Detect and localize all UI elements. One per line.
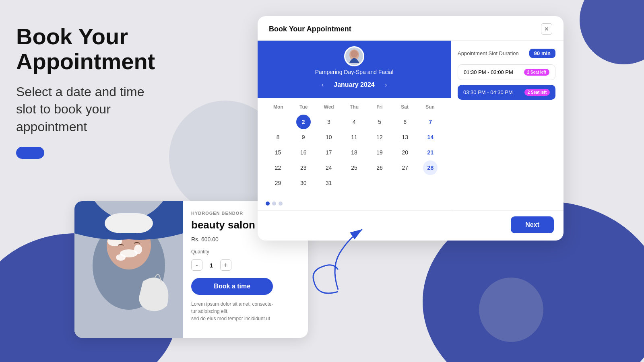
next-month-button[interactable]: › (381, 80, 391, 90)
time-slot-1-time: 01:30 PM - 03:00 PM (464, 69, 513, 75)
svg-rect-8 (105, 213, 153, 233)
day-cell-12[interactable]: 12 (372, 130, 387, 144)
svg-point-7 (134, 245, 142, 254)
slot-duration-label: Appointment Slot Duration (458, 50, 519, 56)
pagination-dot-1[interactable] (266, 202, 270, 206)
day-cell-2[interactable]: 2 (296, 115, 311, 129)
day-cell-35 (423, 176, 438, 190)
month-label: January 2024 (334, 81, 374, 88)
prev-month-button[interactable]: ‹ (318, 80, 327, 90)
day-cell-30[interactable]: 30 (296, 176, 311, 190)
day-cell-34 (398, 176, 412, 190)
booking-modal: Book Your Appointment ✕ Pampering Day-Sp… (258, 16, 564, 241)
bg-shape-mid-right (479, 278, 543, 342)
sub-title: Select a date and timeslot to book youra… (16, 83, 242, 136)
weekday-fri: Fri (367, 103, 392, 111)
time-slot-2[interactable]: 03:30 PM - 04:30 PM 2 Seat left (458, 85, 555, 100)
modal-footer: Next (258, 210, 564, 241)
slots-section: Appointment Slot Duration 90 min 01:30 P… (451, 41, 564, 210)
close-button[interactable]: ✕ (541, 23, 552, 35)
day-cell-6[interactable]: 6 (398, 115, 412, 129)
day-cell-16[interactable]: 16 (296, 145, 311, 160)
quantity-decrease-button[interactable]: - (191, 259, 202, 271)
svg-point-10 (351, 50, 358, 58)
day-cell-27[interactable]: 27 (398, 160, 412, 175)
day-cell-31[interactable]: 31 (322, 176, 336, 190)
time-slot-1[interactable]: 01:30 PM - 03:00 PM 2 Seat left (458, 64, 555, 80)
main-title: Book Your Appointment (16, 24, 242, 74)
day-cell-8[interactable]: 8 (271, 130, 285, 144)
weekday-thu: Thu (342, 103, 367, 111)
day-cell-4[interactable]: 4 (347, 115, 361, 129)
day-cell-13[interactable]: 13 (398, 130, 412, 144)
day-cell-1 (271, 115, 285, 129)
day-cell-25[interactable]: 25 (347, 160, 361, 175)
day-cell-28[interactable]: 28 (423, 160, 438, 175)
day-cell-21[interactable]: 21 (423, 145, 438, 160)
days-grid: 2345678910111213141516171819202122232425… (266, 115, 443, 190)
pagination-dot-3[interactable] (279, 202, 283, 206)
slot-duration-row: Appointment Slot Duration 90 min (458, 49, 555, 58)
blue-pill-decoration (16, 147, 44, 159)
weekday-sun: Sun (417, 103, 443, 111)
quantity-control: - 1 + (191, 259, 273, 271)
pagination-dot-2[interactable] (272, 202, 276, 206)
day-cell-3[interactable]: 3 (322, 115, 336, 129)
quantity-label: Quantity (191, 249, 273, 255)
day-cell-33 (372, 176, 387, 190)
modal-body: Pampering Day-Spa and Facial ‹ January 2… (258, 41, 564, 210)
calendar-header-banner: Pampering Day-Spa and Facial ‹ January 2… (258, 41, 451, 98)
day-cell-11[interactable]: 11 (347, 130, 361, 144)
calendar-grid: Mon Tue Wed Thu Fri Sat Sun 234567891011… (258, 98, 451, 197)
calendar-section: Pampering Day-Spa and Facial ‹ January 2… (258, 41, 451, 210)
weekday-mon: Mon (266, 103, 291, 111)
modal-header: Book Your Appointment ✕ (258, 16, 564, 41)
weekday-sat: Sat (392, 103, 417, 111)
day-cell-29[interactable]: 29 (271, 176, 285, 190)
left-section: Book Your Appointment Select a date and … (16, 24, 242, 160)
day-cell-20[interactable]: 20 (398, 145, 412, 160)
month-nav: ‹ January 2024 › (266, 80, 443, 91)
day-cell-17[interactable]: 17 (322, 145, 336, 160)
day-cell-5[interactable]: 5 (372, 115, 387, 129)
pagination-dots (258, 197, 451, 210)
time-slot-2-seats: 2 Seat left (524, 89, 550, 96)
day-cell-32 (347, 176, 361, 190)
modal-title: Book Your Appointment (269, 25, 351, 33)
time-slot-2-time: 03:30 PM - 04:30 PM (463, 89, 513, 95)
weekday-row: Mon Tue Wed Thu Fri Sat Sun (266, 103, 443, 111)
day-cell-15[interactable]: 15 (271, 145, 285, 160)
weekday-tue: Tue (291, 103, 316, 111)
day-cell-22[interactable]: 22 (271, 160, 285, 175)
time-slot-1-seats: 2 Seat left (524, 69, 549, 76)
day-cell-23[interactable]: 23 (296, 160, 311, 175)
weekday-wed: Wed (316, 103, 342, 111)
day-cell-19[interactable]: 19 (372, 145, 387, 160)
product-image (74, 201, 183, 338)
bg-shape-top-right (580, 0, 644, 64)
day-cell-18[interactable]: 18 (347, 145, 361, 160)
next-button[interactable]: Next (511, 216, 554, 233)
day-cell-26[interactable]: 26 (372, 160, 387, 175)
service-name: Pampering Day-Spa and Facial (315, 69, 394, 75)
quantity-increase-button[interactable]: + (220, 259, 231, 271)
svg-point-6 (116, 254, 126, 261)
service-avatar (344, 46, 364, 66)
quantity-value: 1 (207, 262, 215, 269)
day-cell-24[interactable]: 24 (322, 160, 336, 175)
product-description: Lorem ipsum dolor sit amet, consecte-tur… (191, 300, 273, 322)
day-cell-10[interactable]: 10 (322, 130, 336, 144)
day-cell-9[interactable]: 9 (296, 130, 311, 144)
day-cell-7[interactable]: 7 (423, 115, 438, 129)
day-cell-14[interactable]: 14 (423, 130, 438, 144)
slot-duration-badge: 90 min (529, 49, 555, 58)
book-time-button[interactable]: Book a time (191, 278, 273, 295)
